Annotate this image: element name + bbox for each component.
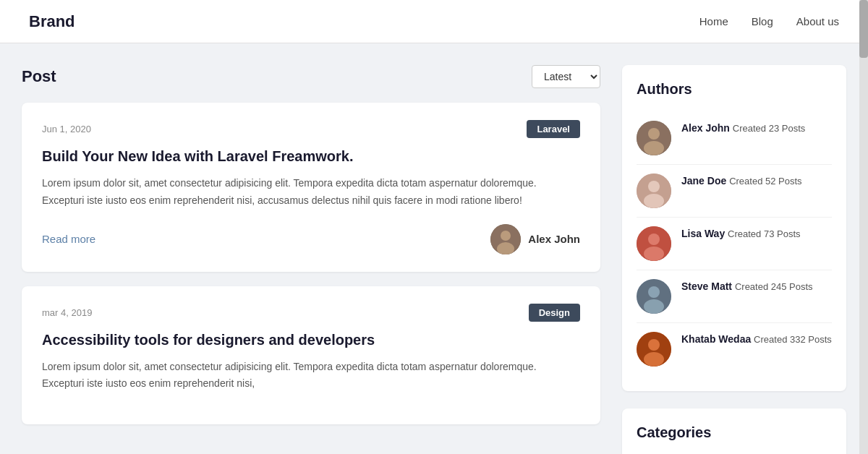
author-row-2: Jane Doe Created 52 Posts: [637, 165, 832, 218]
svg-point-4: [648, 128, 660, 140]
sidebar-avatar-5: [637, 332, 671, 367]
post-excerpt-2: Lorem ipsum dolor sit, amet consectetur …: [42, 359, 580, 393]
sort-select[interactable]: Latest Oldest Popular: [532, 65, 600, 88]
author-name-steve: Steve Matt: [681, 280, 732, 292]
svg-point-10: [648, 234, 660, 245]
author-row-3: Lisa Way Created 73 Posts: [637, 218, 832, 270]
author-row-4: Steve Matt Created 245 Posts: [637, 270, 832, 323]
post-tag-1: Laravel: [527, 120, 580, 138]
nav-home[interactable]: Home: [699, 15, 728, 27]
svg-point-13: [648, 286, 660, 298]
author-avatar-1: [490, 224, 521, 254]
nav-about[interactable]: About us: [796, 15, 839, 27]
post-author-1: Alex John: [490, 224, 580, 254]
post-title-1: Build Your New Idea with Laravel Freamwo…: [42, 148, 580, 165]
sidebar-avatar-4: [637, 279, 671, 314]
author-name-khatab: Khatab Wedaa: [681, 333, 751, 345]
author-created-steve: Created 245 Posts: [735, 281, 813, 292]
post-tag-2: Design: [529, 304, 580, 322]
nav-blog[interactable]: Blog: [752, 15, 773, 27]
post-title-2: Accessibility tools for designers and de…: [42, 332, 580, 348]
author-name-alex: Alex John: [681, 122, 730, 134]
post-meta-row-1: Jun 1, 2020 Laravel: [42, 120, 580, 138]
svg-point-1: [501, 231, 511, 241]
svg-point-16: [648, 339, 660, 351]
svg-point-14: [644, 299, 664, 314]
posts-title: Post: [22, 67, 56, 86]
author-created-alex: Created 23 Posts: [733, 123, 805, 134]
post-date-1: Jun 1, 2020: [42, 124, 91, 134]
sidebar-avatar-1: [637, 121, 671, 155]
author-info-1: Alex John Created 23 Posts: [681, 121, 832, 136]
post-excerpt-1: Lorem ipsum dolor sit, amet consectetur …: [42, 175, 580, 210]
post-date-2: mar 4, 2019: [42, 307, 92, 318]
author-created-lisa: Created 73 Posts: [728, 228, 800, 239]
sidebar: Authors Alex John Created 23 Posts: [622, 65, 846, 454]
svg-point-11: [644, 247, 664, 261]
author-row-5: Khatab Wedaa Created 332 Posts: [637, 323, 832, 375]
author-name-jane: Jane Doe: [681, 175, 726, 187]
scrollbar[interactable]: [859, 0, 868, 454]
post-card-2: mar 4, 2019 Design Accessibility tools f…: [22, 286, 600, 425]
authors-title: Authors: [637, 81, 832, 98]
author-name-1: Alex John: [528, 233, 580, 245]
svg-point-5: [644, 141, 664, 155]
sidebar-avatar-2: [637, 174, 671, 208]
brand-logo: Brand: [29, 12, 75, 31]
categories-section: Categories: [622, 408, 846, 454]
post-card-1: Jun 1, 2020 Laravel Build Your New Idea …: [22, 103, 600, 272]
author-created-khatab: Created 332 Posts: [754, 334, 832, 345]
svg-point-7: [648, 181, 660, 192]
author-info-2: Jane Doe Created 52 Posts: [681, 174, 832, 189]
authors-section: Authors Alex John Created 23 Posts: [622, 65, 846, 391]
scrollbar-thumb[interactable]: [859, 0, 868, 58]
categories-title: Categories: [637, 424, 832, 441]
post-footer-1: Read more Alex John: [42, 224, 580, 254]
post-meta-row-2: mar 4, 2019 Design: [42, 304, 580, 322]
author-info-3: Lisa Way Created 73 Posts: [681, 226, 832, 241]
svg-point-8: [644, 194, 664, 208]
author-row-1: Alex John Created 23 Posts: [637, 112, 832, 165]
author-name-lisa: Lisa Way: [681, 228, 725, 239]
read-more-1[interactable]: Read more: [42, 233, 95, 245]
author-info-4: Steve Matt Created 245 Posts: [681, 279, 832, 294]
sidebar-avatar-3: [637, 226, 671, 261]
main-container: Post Latest Oldest Popular Jun 1, 2020 L…: [7, 43, 861, 454]
posts-header: Post Latest Oldest Popular: [22, 65, 600, 88]
author-created-jane: Created 52 Posts: [729, 176, 801, 187]
svg-point-17: [644, 352, 664, 367]
author-info-5: Khatab Wedaa Created 332 Posts: [681, 332, 832, 347]
content-area: Post Latest Oldest Popular Jun 1, 2020 L…: [22, 65, 600, 454]
main-nav: Home Blog About us: [699, 15, 839, 28]
header: Brand Home Blog About us: [0, 0, 868, 43]
